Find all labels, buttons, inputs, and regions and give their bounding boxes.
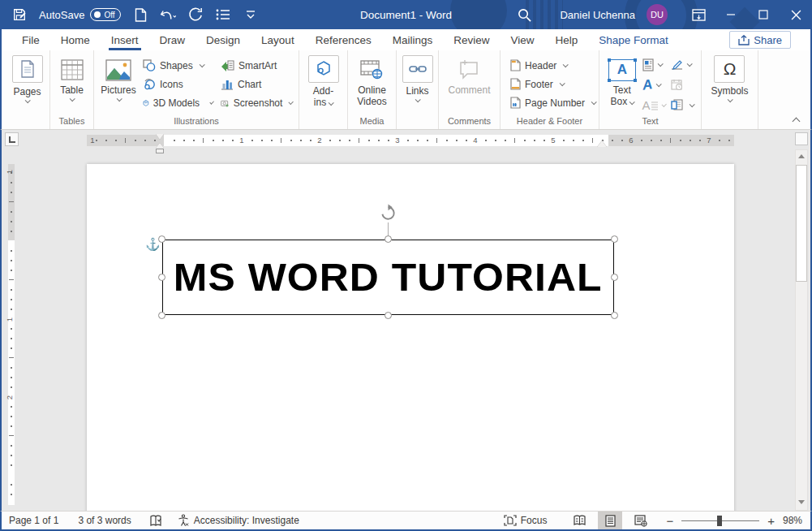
resize-handle-middle-left[interactable] [158,274,165,281]
page-indicator[interactable]: Page 1 of 1 [2,512,66,529]
icons-button[interactable]: Icons [139,75,217,93]
scroll-down-icon[interactable] [798,500,805,504]
smartart-button[interactable]: SmartArt [217,56,296,75]
table-button[interactable]: Table [60,53,84,101]
close-button[interactable] [780,0,812,29]
word-count[interactable]: 3 of 3 words [71,512,138,529]
horizontal-ruler[interactable]: 1 1 2 3 4 5 6 7 [87,135,734,146]
resize-handle-top-middle[interactable] [385,235,392,243]
tab-layout[interactable]: Layout [251,29,305,50]
read-mode-button[interactable] [567,512,591,530]
header-icon [510,59,521,71]
read-mode-icon [573,515,586,526]
pages-button[interactable]: Pages [12,53,43,103]
pictures-button[interactable]: Pictures [98,53,139,101]
rotate-handle[interactable] [379,204,397,222]
scrollbar-thumb[interactable] [796,165,807,282]
focus-mode-button[interactable]: Focus [496,512,555,529]
autosave-toggle[interactable]: AutoSave Off [39,8,121,21]
document-page[interactable]: ⚓ MS WORD TUTORIAL [87,164,734,511]
resize-handle-middle-right[interactable] [611,274,618,281]
tab-selector-button[interactable] [5,132,19,146]
chevron-down-icon [728,97,733,102]
group-label-text: Text [600,115,700,129]
new-document-icon[interactable] [132,6,148,23]
vertical-scrollbar[interactable] [795,132,809,511]
left-indent-marker[interactable] [156,149,164,153]
autosave-switch[interactable]: Off [90,8,121,21]
object-button[interactable] [669,95,694,115]
tab-draw[interactable]: Draw [149,29,196,50]
tab-home[interactable]: Home [50,29,101,50]
zoom-out-button[interactable]: − [663,514,677,528]
resize-handle-bottom-right[interactable] [611,312,618,319]
chart-button[interactable]: Chart [217,75,296,93]
vertical-ruler[interactable]: 1 1 2 [8,164,15,505]
tab-help[interactable]: Help [545,29,589,50]
3d-models-button[interactable]: 3D Models [139,93,217,112]
user-name[interactable]: Daniel Uchenna [560,9,635,21]
print-layout-button[interactable] [598,512,622,530]
tab-references[interactable]: References [305,29,382,50]
shapes-button[interactable]: Shapes [139,56,217,75]
zoom-in-button[interactable]: + [764,514,778,528]
redo-button[interactable] [187,6,204,23]
icons-icon [143,78,156,90]
minimize-button[interactable] [715,0,747,29]
tab-shape-format[interactable]: Shape Format [588,29,679,50]
resize-handle-bottom-middle[interactable] [385,312,392,319]
group-text: A Text Box [599,50,702,129]
tab-file[interactable]: File [11,29,50,50]
zoom-level[interactable]: 98% [778,515,806,526]
footer-button[interactable]: Footer [506,75,568,93]
links-button[interactable]: Links [402,53,433,102]
undo-button[interactable] [160,6,176,23]
screenshot-button[interactable]: Screenshot [217,93,296,112]
zoom-slider-thumb[interactable] [717,516,722,526]
quick-parts-button[interactable] [641,54,665,75]
zoom-slider[interactable] [681,512,759,530]
web-layout-button[interactable] [629,512,653,530]
accessibility-checker[interactable]: Accessibility: Investigate [170,512,307,529]
hanging-indent-marker[interactable] [156,143,164,148]
share-button[interactable]: Share [729,31,791,49]
scrollbar-top-button[interactable] [795,132,808,145]
search-icon[interactable] [516,6,532,23]
tab-review[interactable]: Review [443,29,500,50]
scroll-up-icon[interactable] [798,154,805,158]
avatar[interactable]: DU [647,4,668,25]
online-videos-button[interactable]: Online Videos [357,53,386,107]
first-line-indent-marker[interactable] [156,134,164,140]
resize-handle-top-right[interactable] [611,235,618,243]
signature-line-button[interactable] [669,54,694,75]
tab-stop-icon [9,136,15,143]
group-illustrations: Pictures Shapes Icons 3D Mod [94,50,299,129]
ribbon-display-options-icon[interactable] [682,0,715,29]
right-indent-marker[interactable] [597,140,607,147]
tab-view[interactable]: View [500,29,544,50]
page-number-button[interactable]: Page Number [506,93,599,112]
tab-design[interactable]: Design [195,29,251,50]
header-button[interactable]: Header [506,56,571,75]
quick-parts-icon [642,58,654,71]
quick-access-more-icon[interactable] [243,6,259,23]
symbols-button[interactable]: Ω Symbols [711,53,748,102]
proofing-errors-button[interactable] [142,512,170,529]
resize-handle-bottom-left[interactable] [158,312,165,319]
collapse-ribbon-icon[interactable] [793,118,801,126]
autosave-label: AutoSave [39,9,84,21]
smartart-icon [221,59,234,71]
save-icon[interactable] [11,6,28,23]
selected-text-box[interactable]: MS WORD TUTORIAL [162,240,614,315]
group-label-illustrations: Illustrations [95,115,298,129]
text-box-content[interactable]: MS WORD TUTORIAL [174,255,603,300]
wordart-button[interactable]: A [641,75,665,95]
tab-mailings[interactable]: Mailings [382,29,444,50]
text-box-button[interactable]: A Text Box [604,53,641,107]
maximize-button[interactable] [747,0,780,29]
addins-button[interactable]: Add- ins [308,53,339,108]
bullet-list-icon[interactable] [215,6,231,23]
resize-handle-top-left[interactable] [158,235,165,243]
tab-insert[interactable]: Insert [101,29,149,50]
chevron-down-icon [661,102,666,107]
